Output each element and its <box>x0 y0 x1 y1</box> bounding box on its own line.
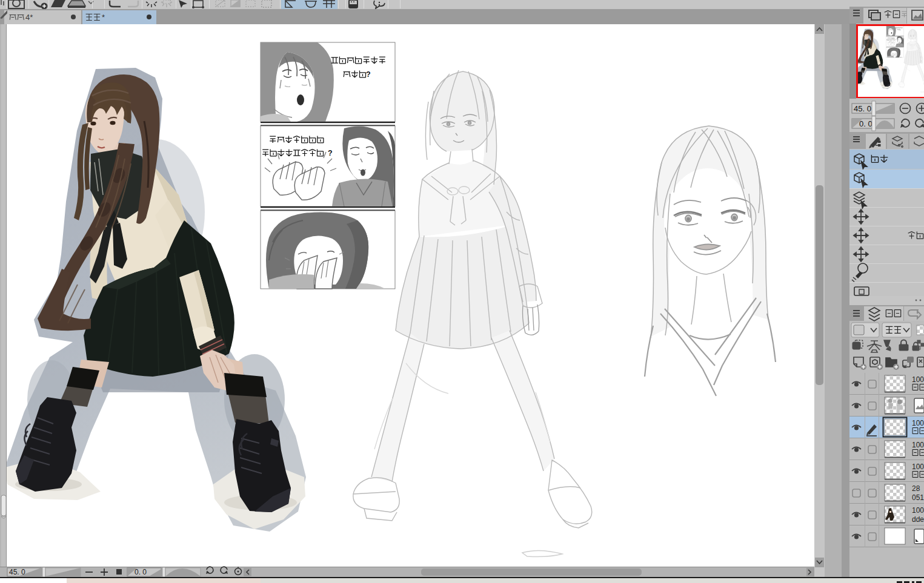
svg-text:45. 0: 45. 0 <box>9 568 25 576</box>
svg-text:100: 100 <box>912 419 924 427</box>
svg-text:0. 0: 0. 0 <box>859 119 872 128</box>
svg-text:100: 100 <box>912 463 924 471</box>
svg-text:100: 100 <box>912 441 924 449</box>
svg-text:?: ? <box>366 70 371 79</box>
svg-text:0510: 0510 <box>912 493 924 502</box>
svg-text:ddec: ddec <box>912 515 924 524</box>
svg-text:0. 0: 0. 0 <box>135 568 147 576</box>
svg-text:100: 100 <box>912 506 924 515</box>
svg-text:4*: 4* <box>25 13 33 22</box>
svg-text:28: 28 <box>912 484 920 493</box>
svg-text:45. 0: 45. 0 <box>854 104 871 113</box>
svg-text:*: * <box>102 13 105 22</box>
svg-text:?: ? <box>328 149 333 157</box>
svg-text:100: 100 <box>912 375 924 384</box>
